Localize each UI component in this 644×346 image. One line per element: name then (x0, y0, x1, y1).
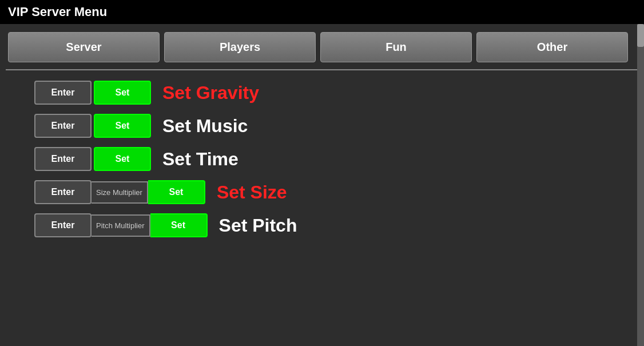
title-bar: VIP Server Menu (0, 0, 644, 24)
time-set-button[interactable]: Set (94, 147, 151, 171)
pitch-enter-button[interactable]: Enter (34, 213, 92, 237)
gravity-row: Enter Set Set Gravity (34, 81, 610, 105)
size-row: Enter Size Multiplier Set Set Size (34, 180, 610, 204)
pitch-row: Enter Pitch Multiplier Set Set Pitch (34, 213, 610, 237)
pitch-multiplier-label: Pitch Multiplier (92, 214, 150, 237)
music-set-button[interactable]: Set (94, 114, 151, 138)
tab-server[interactable]: Server (8, 32, 160, 62)
gravity-enter-button[interactable]: Enter (34, 81, 92, 105)
music-row: Enter Set Set Music (34, 114, 610, 138)
time-enter-button[interactable]: Enter (34, 147, 92, 171)
music-enter-button[interactable]: Enter (34, 114, 92, 138)
scrollbar-thumb[interactable] (637, 24, 644, 47)
tab-fun[interactable]: Fun (320, 32, 472, 62)
time-label: Set Time (162, 149, 238, 170)
tab-players[interactable]: Players (164, 32, 316, 62)
scrollbar[interactable] (637, 24, 644, 346)
tab-row: Server Players Fun Other (0, 24, 644, 62)
gravity-set-button[interactable]: Set (94, 81, 151, 105)
music-label: Set Music (162, 116, 248, 137)
pitch-label: Set Pitch (219, 215, 297, 236)
pitch-set-button[interactable]: Set (150, 213, 208, 237)
content-area: Enter Set Set Gravity Enter Set Set Musi… (0, 70, 644, 257)
gravity-label: Set Gravity (162, 82, 259, 104)
size-label: Set Size (217, 182, 287, 203)
size-set-button[interactable]: Set (148, 180, 205, 204)
app-title: VIP Server Menu (8, 5, 107, 19)
size-multiplier-label: Size Multiplier (92, 181, 148, 204)
tab-other[interactable]: Other (476, 32, 628, 62)
time-row: Enter Set Set Time (34, 147, 610, 171)
size-enter-button[interactable]: Enter (34, 180, 92, 204)
